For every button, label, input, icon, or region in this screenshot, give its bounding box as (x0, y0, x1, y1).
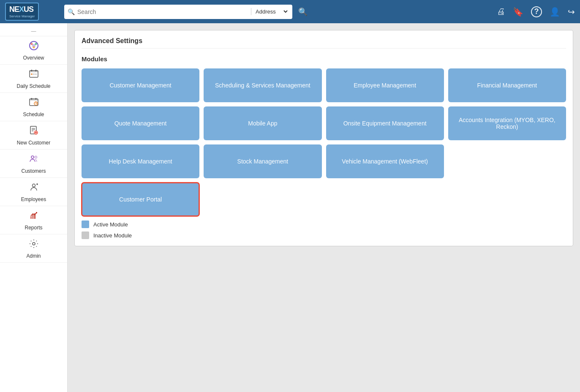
sidebar-item-new-customer-label: New Customer (17, 140, 50, 146)
svg-rect-11 (35, 74, 37, 75)
content-area: Advanced Settings Modules Customer Manag… (68, 23, 580, 392)
module-onsite-equipment[interactable]: Onsite Equipment Management (326, 106, 444, 140)
module-help-desk[interactable]: Help Desk Management (82, 144, 199, 178)
sidebar-item-admin[interactable]: Admin (0, 234, 67, 263)
admin-icon (29, 239, 39, 251)
sidebar-item-schedule-label: Schedule (23, 112, 44, 117)
sidebar-item-overview-label: Overview (23, 55, 44, 61)
reports-icon (29, 210, 39, 223)
svg-rect-13 (30, 99, 38, 101)
sidebar: — Overview (0, 23, 68, 392)
customers-icon (29, 154, 39, 166)
schedule-icon (29, 97, 39, 110)
sidebar-item-new-customer[interactable]: New Customer (0, 121, 67, 150)
overview-icon (29, 41, 39, 53)
modules-heading: Modules (82, 55, 566, 63)
sidebar-item-employees-label: Employees (21, 196, 46, 202)
svg-rect-10 (33, 74, 35, 75)
logo-area: NEXUS Service Manager (5, 3, 60, 21)
module-customer-portal[interactable]: Customer Portal (82, 182, 199, 216)
user-icon[interactable]: 👤 (550, 7, 560, 17)
inactive-label: Inactive Module (93, 232, 132, 239)
sidebar-item-schedule[interactable]: Schedule (0, 93, 67, 121)
sidebar-item-daily-schedule[interactable]: Daily Schedule (0, 65, 67, 93)
daily-schedule-icon (29, 69, 39, 82)
svg-point-26 (31, 156, 34, 158)
svg-point-28 (32, 184, 35, 187)
active-swatch (82, 220, 89, 228)
svg-point-2 (30, 43, 33, 45)
sidebar-item-customers[interactable]: Customers (0, 150, 67, 178)
svg-point-27 (35, 156, 37, 158)
module-customer-management[interactable]: Customer Management (82, 68, 199, 102)
sidebar-collapse-btn[interactable]: — (0, 27, 67, 36)
search-button[interactable]: 🔍 (297, 7, 309, 16)
bookmark-icon[interactable]: 🔖 (513, 7, 523, 17)
legend: Active Module Inactive Module (82, 220, 566, 239)
modules-row-3: Help Desk Management Stock Management Ve… (82, 144, 566, 178)
svg-point-3 (35, 43, 37, 45)
svg-rect-32 (32, 215, 33, 219)
svg-rect-9 (31, 74, 33, 75)
module-vehicle-management[interactable]: Vehicle Management (WebFleet) (326, 144, 444, 178)
sidebar-item-employees[interactable]: Employees (0, 178, 67, 206)
legend-active: Active Module (82, 220, 566, 228)
search-bar-icon: 🔍 (68, 8, 75, 15)
search-bar: 🔍 Address Customer Job (64, 5, 292, 19)
sidebar-item-reports-label: Reports (25, 225, 42, 231)
modules-row-1: Customer Management Scheduling & Service… (82, 68, 566, 102)
module-accounts-integration[interactable]: Accounts Integration (MYOB, XERO, Reckon… (448, 106, 566, 140)
module-financial-management[interactable]: Financial Management (448, 68, 566, 102)
modules-row-4: Customer Portal (82, 182, 566, 216)
employees-icon (29, 182, 39, 195)
svg-rect-31 (30, 216, 32, 219)
logout-icon[interactable]: ↪ (568, 7, 575, 17)
logo-subtitle: Service Manager (9, 14, 35, 19)
svg-rect-6 (30, 71, 38, 72)
logo: NEXUS Service Manager (5, 3, 39, 21)
modules-row-2: Quote Management Mobile App Onsite Equip… (82, 106, 566, 140)
nav-icons-right: 🖨 🔖 ? 👤 ↪ (497, 6, 575, 17)
module-quote-management[interactable]: Quote Management (82, 106, 199, 140)
sidebar-item-overview[interactable]: Overview (0, 36, 67, 65)
sidebar-item-reports[interactable]: Reports (0, 206, 67, 234)
sidebar-item-daily-schedule-label: Daily Schedule (16, 83, 50, 89)
search-input[interactable] (77, 8, 248, 15)
legend-inactive: Inactive Module (82, 231, 566, 239)
module-stock-management[interactable]: Stock Management (204, 144, 321, 178)
main-layout: — Overview (0, 23, 580, 392)
svg-point-34 (33, 242, 35, 245)
new-customer-icon (29, 125, 39, 138)
print-icon[interactable]: 🖨 (497, 7, 505, 16)
sidebar-item-admin-label: Admin (26, 253, 41, 259)
help-icon[interactable]: ? (531, 6, 542, 17)
panel-title: Advanced Settings (82, 37, 566, 49)
svg-point-4 (33, 46, 35, 49)
search-type-select[interactable]: Address Customer Job (251, 8, 289, 15)
module-employee-management[interactable]: Employee Management (326, 68, 444, 102)
module-scheduling-services[interactable]: Scheduling & Services Management (204, 68, 321, 102)
top-nav: NEXUS Service Manager 🔍 Address Customer… (0, 0, 580, 23)
sidebar-item-customers-label: Customers (21, 168, 46, 174)
active-label: Active Module (93, 221, 128, 228)
logo-text: NEXUS (9, 5, 35, 14)
module-mobile-app[interactable]: Mobile App (204, 106, 321, 140)
inactive-swatch (82, 231, 89, 239)
advanced-settings-panel: Advanced Settings Modules Customer Manag… (74, 30, 573, 246)
